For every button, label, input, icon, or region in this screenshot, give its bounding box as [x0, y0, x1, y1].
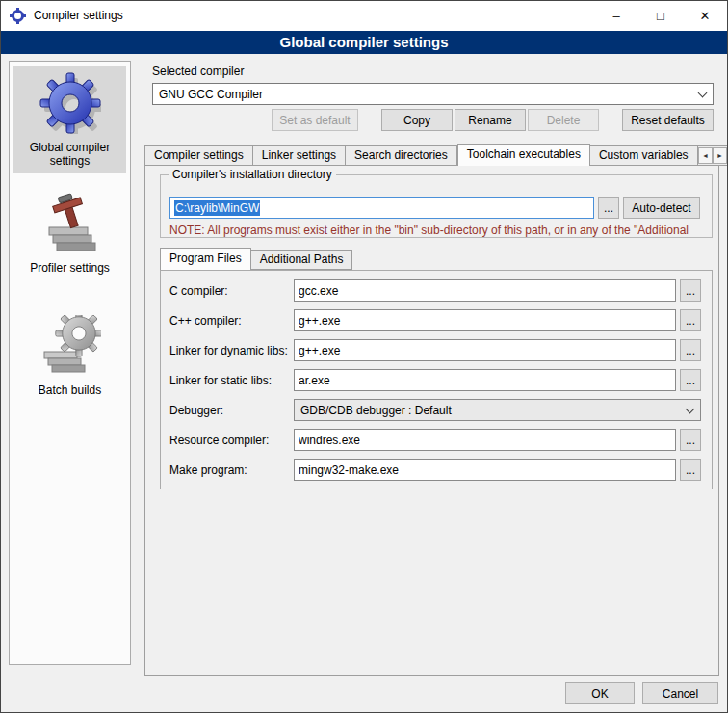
sidebar-item-label: Global compiler settings	[15, 141, 124, 168]
field-label: Debugger:	[169, 404, 294, 417]
ok-button[interactable]: OK	[565, 682, 635, 704]
tab-search-directories[interactable]: Search directories	[346, 145, 457, 166]
copy-button[interactable]: Copy	[381, 109, 453, 131]
subtab-strip: Program Files Additional Paths	[160, 248, 352, 270]
reset-defaults-button[interactable]: Reset defaults	[622, 109, 714, 131]
chevron-down-icon	[681, 401, 699, 419]
field-label: Make program:	[169, 463, 294, 477]
app-icon	[10, 8, 26, 24]
browse-button[interactable]: ...	[680, 369, 701, 391]
toolchain-executables-panel: Compiler's installation directory C:\ray…	[144, 165, 719, 676]
c-compiler-row: C compiler: ...	[169, 279, 701, 302]
auto-detect-button[interactable]: Auto-detect	[623, 197, 700, 219]
tab-strip: Compiler settings Linker settings Search…	[144, 144, 728, 166]
delete-button[interactable]: Delete	[528, 109, 599, 131]
sidebar-item-global-compiler-settings[interactable]: Global compiler settings	[13, 66, 126, 173]
tab-scroll-left-icon[interactable]: ◄	[698, 147, 713, 164]
resource-compiler-input[interactable]	[294, 429, 676, 451]
chevron-down-icon	[693, 85, 712, 103]
make-program-row: Make program: ...	[169, 459, 701, 481]
window-title: Compiler settings	[34, 1, 123, 31]
installation-directory-title: Compiler's installation directory	[169, 168, 336, 181]
installation-directory-groupbox: Compiler's installation directory C:\ray…	[160, 174, 713, 238]
tab-toolchain-executables[interactable]: Toolchain executables	[457, 144, 590, 166]
make-program-input[interactable]	[294, 459, 676, 481]
field-label: C++ compiler:	[169, 314, 294, 328]
gear-blue-icon	[39, 72, 101, 137]
caption-buttons: – □ ✕	[594, 1, 727, 31]
field-label: Linker for static libs:	[169, 374, 294, 387]
close-icon[interactable]: ✕	[683, 1, 727, 31]
browse-button[interactable]: ...	[680, 309, 701, 331]
tab-scroll-right-icon[interactable]: ►	[713, 147, 727, 164]
sidebar-item-label: Batch builds	[39, 383, 101, 397]
maximize-icon[interactable]: □	[638, 1, 683, 31]
subtab-program-files[interactable]: Program Files	[160, 248, 251, 270]
cancel-button[interactable]: Cancel	[642, 682, 718, 704]
linker-dynamic-input[interactable]	[294, 339, 676, 361]
sidebar-item-label: Profiler settings	[30, 261, 110, 275]
sidebar: Global compiler settings Profiler settin…	[9, 61, 131, 665]
field-label: Linker for dynamic libs:	[169, 344, 294, 357]
profiler-icon	[39, 193, 101, 257]
cpp-compiler-row: C++ compiler: ...	[169, 309, 701, 331]
install-dir-browse-button[interactable]: ...	[598, 197, 619, 219]
sidebar-item-profiler-settings[interactable]: Profiler settings	[13, 187, 126, 280]
c-compiler-input[interactable]	[294, 279, 676, 302]
resource-compiler-row: Resource compiler: ...	[169, 429, 701, 451]
sidebar-item-batch-builds[interactable]: Batch builds	[13, 309, 126, 403]
cpp-compiler-input[interactable]	[294, 309, 676, 331]
titlebar: Compiler settings – □ ✕	[1, 1, 727, 31]
browse-button[interactable]: ...	[680, 339, 701, 361]
selected-compiler-select[interactable]: GNU GCC Compiler	[152, 83, 714, 105]
install-dir-selected-text: C:\raylib\MinGW	[174, 200, 260, 216]
browse-button[interactable]: ...	[680, 459, 701, 481]
tab-compiler-settings[interactable]: Compiler settings	[144, 145, 253, 166]
install-dir-input[interactable]: C:\raylib\MinGW	[169, 197, 594, 219]
linker-dynamic-row: Linker for dynamic libs: ...	[169, 339, 701, 361]
debugger-select[interactable]: GDB/CDB debugger : Default	[294, 399, 701, 421]
browse-button[interactable]: ...	[680, 279, 701, 302]
batch-builds-icon	[39, 315, 101, 380]
selected-compiler-value: GNU GCC Compiler	[159, 88, 263, 101]
compiler-settings-window: Compiler settings – □ ✕ Global compiler …	[0, 0, 728, 713]
subtab-additional-paths[interactable]: Additional Paths	[251, 250, 353, 270]
program-files-panel: C compiler: ... C++ compiler: ... Linker…	[160, 270, 713, 489]
browse-button[interactable]: ...	[680, 429, 701, 451]
field-label: C compiler:	[169, 284, 294, 298]
debugger-value: GDB/CDB debugger : Default	[300, 404, 452, 417]
linker-static-input[interactable]	[294, 369, 676, 391]
rename-button[interactable]: Rename	[455, 109, 526, 131]
minimize-icon[interactable]: –	[594, 1, 638, 31]
selected-compiler-label: Selected compiler	[152, 65, 244, 78]
set-as-default-button[interactable]: Set as default	[272, 109, 358, 131]
debugger-row: Debugger: GDB/CDB debugger : Default	[169, 399, 701, 421]
programs-note: NOTE: All programs must exist either in …	[169, 224, 705, 237]
field-label: Resource compiler:	[169, 434, 294, 447]
dialog-header: Global compiler settings	[1, 31, 727, 54]
tab-custom-variables[interactable]: Custom variables	[590, 145, 698, 166]
linker-static-row: Linker for static libs: ...	[169, 369, 701, 391]
tab-linker-settings[interactable]: Linker settings	[253, 145, 346, 166]
